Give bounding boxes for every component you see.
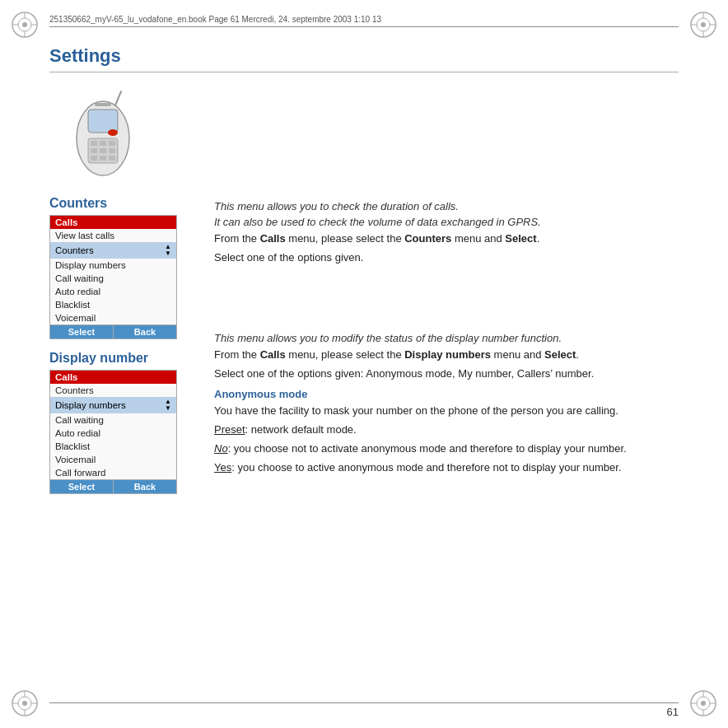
display-number-menu-footer: Select Back (50, 479, 176, 493)
bottom-rule (49, 702, 679, 703)
display-select-btn[interactable]: Select (50, 480, 114, 493)
menu-item-call-forward: Call forward (50, 466, 176, 479)
counters-para-1: This menu allows you to check the durati… (214, 200, 679, 212)
display-para-2: From the Calls menu, please select the D… (214, 348, 679, 363)
svg-point-2 (22, 22, 27, 27)
menu-item-voicemail-1: Voicemail (50, 311, 176, 324)
phone-image (49, 81, 156, 188)
left-column: Counters Calls View last calls Counters … (49, 81, 198, 506)
menu-item-view-last-calls: View last calls (50, 229, 176, 242)
counters-heading: Counters (49, 196, 198, 211)
page-title: Settings (49, 45, 679, 72)
anonymous-mode-heading: Anonymous mode (214, 388, 679, 400)
menu-item-display-numbers-label: Display numbers (55, 400, 126, 410)
display-number-text-block: This menu allows you to modify the statu… (214, 332, 679, 476)
content-body: Counters Calls View last calls Counters … (49, 81, 679, 506)
display-back-btn[interactable]: Back (114, 480, 176, 493)
meta-bar: 251350662_myV-65_lu_vodafone_en.book Pag… (49, 15, 679, 27)
menu-item-call-waiting-1: Call waiting (50, 272, 176, 285)
display-para-6: No: you choose not to activate anonymous… (214, 441, 679, 457)
menu-item-voicemail-2: Voicemail (50, 453, 176, 466)
svg-point-40 (108, 129, 118, 136)
menu-item-counters-2: Counters (50, 384, 176, 397)
counters-text-block: This menu allows you to check the durati… (214, 200, 679, 266)
svg-rect-39 (109, 156, 115, 161)
display-para-4: You have the facility to mask your numbe… (214, 404, 679, 419)
menu-item-display-numbers-highlight: Display numbers ▲▼ (50, 397, 176, 413)
meta-text: 251350662_myV-65_lu_vodafone_en.book Pag… (49, 15, 381, 24)
corner-decoration-tr (687, 8, 720, 41)
menu-item-auto-redial-2: Auto redial (50, 427, 176, 440)
svg-rect-34 (91, 148, 97, 153)
display-para-1: This menu allows you to modify the statu… (214, 332, 679, 344)
right-column: This menu allows you to check the durati… (198, 81, 679, 506)
scroll-arrows-2: ▲▼ (165, 399, 171, 412)
corner-decoration-br (687, 687, 720, 720)
menu-item-blacklist-1: Blacklist (50, 298, 176, 311)
main-content: Settings (49, 45, 679, 695)
svg-rect-33 (109, 141, 115, 146)
svg-rect-36 (109, 148, 115, 153)
svg-rect-31 (91, 141, 97, 146)
svg-point-9 (701, 22, 706, 27)
menu-item-counters-label: Counters (55, 245, 94, 255)
svg-rect-37 (91, 156, 97, 161)
counters-menu-footer: Select Back (50, 324, 176, 338)
counters-menu: Calls View last calls Counters ▲▼ Displa… (49, 215, 177, 339)
svg-rect-38 (100, 156, 106, 161)
svg-point-23 (701, 701, 706, 706)
display-para-3: Select one of the options given: Anonymo… (214, 366, 679, 382)
counters-para-4: Select one of the options given. (214, 250, 679, 266)
menu-item-counters-highlight: Counters ▲▼ (50, 242, 176, 259)
corner-decoration-tl (8, 8, 41, 41)
counters-back-btn[interactable]: Back (114, 325, 176, 338)
svg-rect-32 (100, 141, 106, 146)
display-para-7: Yes: you choose to active anonymous mode… (214, 460, 679, 476)
menu-item-blacklist-2: Blacklist (50, 440, 176, 453)
svg-rect-42 (95, 103, 111, 106)
display-number-heading: Display number (49, 351, 198, 366)
display-number-menu-header: Calls (50, 371, 176, 384)
counters-menu-header: Calls (50, 216, 176, 229)
counters-select-btn[interactable]: Select (50, 325, 114, 338)
scroll-arrows: ▲▼ (165, 244, 171, 257)
svg-rect-35 (100, 148, 106, 153)
svg-rect-29 (88, 110, 118, 133)
svg-line-41 (115, 91, 121, 105)
svg-point-16 (22, 701, 27, 706)
counters-para-2: It can also be used to check the volume … (214, 216, 679, 228)
menu-item-call-waiting-2: Call waiting (50, 413, 176, 427)
counters-para-3: From the Calls menu, please select the C… (214, 231, 679, 247)
display-number-menu: Calls Counters Display numbers ▲▼ Call w… (49, 370, 177, 494)
corner-decoration-bl (8, 687, 41, 720)
display-para-5: Preset: network default mode. (214, 422, 679, 438)
page-number: 61 (667, 706, 679, 718)
menu-item-display-numbers-1: Display numbers (50, 259, 176, 272)
menu-item-auto-redial-1: Auto redial (50, 285, 176, 298)
